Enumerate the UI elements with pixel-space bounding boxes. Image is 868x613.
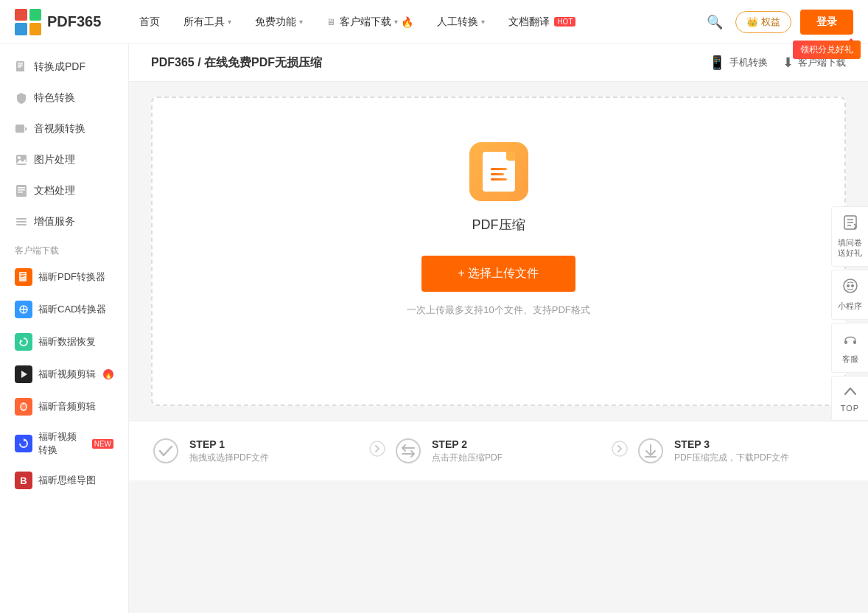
svg-rect-13 xyxy=(16,218,27,220)
svg-rect-18 xyxy=(21,275,25,276)
float-top[interactable]: TOP xyxy=(831,376,868,421)
nav-client-download[interactable]: 🖥 客户端下载 ▾ 🔥 xyxy=(318,11,422,33)
svg-point-33 xyxy=(612,441,627,456)
hot-badge: HOT xyxy=(554,17,575,27)
main-content: PDF365 / 在线免费PDF无损压缩 📱 手机转换 ⬇ 客户端下载 xyxy=(129,44,868,613)
sidebar-app-video-editor[interactable]: 福昕视频剪辑 🔥 xyxy=(0,358,128,390)
sidebar-item-av-convert[interactable]: 音视频转换 xyxy=(0,113,128,144)
svg-rect-14 xyxy=(16,221,27,223)
pdf-icon-line-1 xyxy=(491,168,507,170)
sidebar-app-pdf-converter[interactable]: 福昕PDF转换器 xyxy=(0,261,128,293)
fire-icon: 🔥 xyxy=(401,16,413,28)
header-right: 🔍 👑 权益 登录 xyxy=(703,10,853,35)
mobile-convert-action[interactable]: 📱 手机转换 xyxy=(709,55,768,71)
steps-bar: STEP 1 拖拽或选择PDF文件 xyxy=(129,421,868,480)
header: PDF365 首页 所有工具 ▾ 免费功能 ▾ 🖥 客户端下载 ▾ 🔥 人工转换… xyxy=(0,0,868,44)
sidebar: 转换成PDF 特色转换 音视频转换 xyxy=(0,44,129,613)
nav-doc-translate[interactable]: 文档翻译 HOT xyxy=(500,11,584,33)
right-float-menu: 填问卷送好礼 小程序 客服 TOP xyxy=(831,206,868,421)
svg-point-41 xyxy=(844,279,857,293)
step-3-content: STEP 3 PDF压缩完成，下载PDF文件 xyxy=(674,438,789,464)
svg-marker-23 xyxy=(20,340,23,343)
svg-rect-45 xyxy=(853,340,856,344)
nav-manual-convert[interactable]: 人工转换 ▾ xyxy=(428,11,494,33)
video-convert-icon xyxy=(15,435,32,452)
svg-rect-1 xyxy=(18,63,23,64)
doc-icon xyxy=(15,184,28,197)
nav-all-tools[interactable]: 所有工具 ▾ xyxy=(175,11,240,33)
pdf-converter-icon xyxy=(15,268,32,286)
survey-icon xyxy=(842,214,858,234)
svg-rect-11 xyxy=(18,189,25,191)
svg-point-42 xyxy=(847,284,850,287)
float-customer-service[interactable]: 客服 xyxy=(831,323,868,373)
sidebar-section-client-download: 客户端下载 xyxy=(0,237,128,261)
sidebar-app-data-recovery[interactable]: 福昕数据恢复 xyxy=(0,326,128,358)
svg-point-28 xyxy=(154,439,178,463)
nav-free-features[interactable]: 免费功能 ▾ xyxy=(246,11,312,33)
svg-rect-2 xyxy=(18,65,23,66)
svg-marker-24 xyxy=(21,371,27,378)
float-miniprogram[interactable]: 小程序 xyxy=(831,270,868,320)
vip-button[interactable]: 👑 权益 xyxy=(735,11,791,33)
convert-pdf-icon xyxy=(15,60,28,74)
step-2: STEP 2 点击开始压缩PDF xyxy=(393,436,603,466)
step-2-content: STEP 2 点击开始压缩PDF xyxy=(432,438,503,464)
sidebar-item-convert-to-pdf[interactable]: 转换成PDF xyxy=(0,52,128,83)
svg-rect-12 xyxy=(18,192,23,193)
svg-rect-10 xyxy=(18,187,25,189)
svg-rect-44 xyxy=(844,340,847,344)
chevron-down-icon: ▾ xyxy=(299,18,303,26)
svg-point-29 xyxy=(370,441,385,456)
step-1-content: STEP 1 拖拽或选择PDF文件 xyxy=(189,438,269,464)
pdf-compress-icon xyxy=(469,142,528,201)
download-icon: ⬇ xyxy=(783,55,794,71)
video-icon xyxy=(15,122,28,136)
svg-rect-19 xyxy=(21,276,24,277)
headphone-icon xyxy=(842,331,858,351)
step-2-icon xyxy=(393,436,423,466)
login-button[interactable]: 登录 xyxy=(800,10,853,35)
svg-marker-5 xyxy=(25,127,27,131)
sidebar-item-value-service[interactable]: 增值服务 xyxy=(0,206,128,237)
step-3-icon xyxy=(636,436,665,466)
float-survey[interactable]: 填问卷送好礼 xyxy=(831,206,868,267)
sidebar-item-image-process[interactable]: 图片处理 xyxy=(0,144,128,175)
sidebar-app-video-convert[interactable]: 福昕视频转换 NEW xyxy=(0,423,128,464)
pdf-icon-lines xyxy=(491,168,507,181)
nav-home[interactable]: 首页 xyxy=(130,11,169,33)
monitor-icon: 🖥 xyxy=(326,17,335,27)
step-arrow-1 xyxy=(368,440,386,462)
breadcrumb: PDF365 / 在线免费PDF无损压缩 xyxy=(151,55,322,71)
pdf-icon-line-2 xyxy=(491,173,504,175)
mindmap-icon: B xyxy=(15,472,32,489)
chevron-down-icon: ▾ xyxy=(228,18,231,26)
svg-rect-17 xyxy=(21,273,25,274)
new-badge: NEW xyxy=(92,439,113,449)
sidebar-app-audio-editor[interactable]: 福昕音频剪辑 xyxy=(0,390,128,423)
search-button[interactable]: 🔍 xyxy=(703,10,727,34)
layout: 转换成PDF 特色转换 音视频转换 xyxy=(0,44,868,613)
menu-icon xyxy=(15,215,28,228)
upload-title: PDF压缩 xyxy=(472,216,525,234)
image-icon xyxy=(15,153,28,167)
step-3: STEP 3 PDF压缩完成，下载PDF文件 xyxy=(636,436,846,466)
upload-hint: 一次上传最多支持10个文件、支持PDF格式 xyxy=(407,304,589,317)
svg-point-7 xyxy=(18,156,21,159)
sidebar-app-cad-converter[interactable]: 福昕CAD转换器 xyxy=(0,293,128,326)
miniprogram-icon xyxy=(842,278,858,298)
main-nav: 首页 所有工具 ▾ 免费功能 ▾ 🖥 客户端下载 ▾ 🔥 人工转换 ▾ 文档翻译… xyxy=(130,11,703,33)
svg-point-43 xyxy=(851,284,854,287)
shield-icon xyxy=(15,91,28,105)
logo[interactable]: PDF365 xyxy=(15,9,101,35)
sidebar-item-doc-process[interactable]: 文档处理 xyxy=(0,175,128,206)
svg-rect-9 xyxy=(16,185,27,197)
reward-tag[interactable]: 领积分兑好礼 xyxy=(793,41,861,59)
chevron-down-icon: ▾ xyxy=(394,18,398,26)
sidebar-item-special-convert[interactable]: 特色转换 xyxy=(0,83,128,113)
sidebar-app-mindmap[interactable]: B 福昕思维导图 xyxy=(0,464,128,497)
svg-rect-3 xyxy=(18,66,21,68)
step-1-icon xyxy=(151,436,181,466)
svg-rect-4 xyxy=(15,125,24,133)
upload-button[interactable]: + 选择上传文件 xyxy=(421,256,576,292)
